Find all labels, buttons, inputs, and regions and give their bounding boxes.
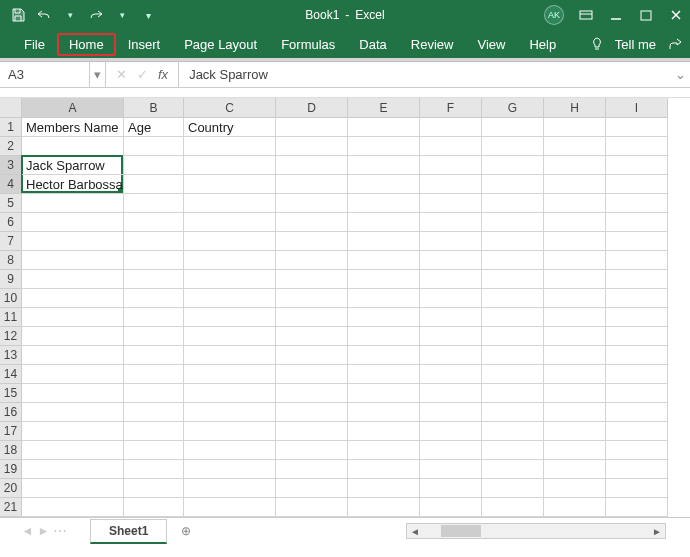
- cell-A11[interactable]: [22, 308, 124, 327]
- cell-C1[interactable]: Country: [184, 118, 276, 137]
- cell-B7[interactable]: [124, 232, 184, 251]
- ribbon-tab-home[interactable]: Home: [57, 33, 116, 56]
- cell-A10[interactable]: [22, 289, 124, 308]
- cell-E21[interactable]: [348, 498, 420, 517]
- cell-I9[interactable]: [606, 270, 668, 289]
- row-header-13[interactable]: 13: [0, 346, 22, 365]
- tell-me-text[interactable]: Tell me: [615, 37, 656, 52]
- ribbon-tab-page-layout[interactable]: Page Layout: [172, 33, 269, 56]
- cell-G9[interactable]: [482, 270, 544, 289]
- cell-I12[interactable]: [606, 327, 668, 346]
- col-header-D[interactable]: D: [276, 98, 348, 118]
- cell-D17[interactable]: [276, 422, 348, 441]
- enter-icon[interactable]: ✓: [137, 67, 148, 82]
- cell-D13[interactable]: [276, 346, 348, 365]
- cell-C9[interactable]: [184, 270, 276, 289]
- cell-H13[interactable]: [544, 346, 606, 365]
- cell-B10[interactable]: [124, 289, 184, 308]
- ribbon-tab-file[interactable]: File: [12, 33, 57, 56]
- cell-H4[interactable]: [544, 175, 606, 194]
- cell-F17[interactable]: [420, 422, 482, 441]
- cell-C5[interactable]: [184, 194, 276, 213]
- cell-A15[interactable]: [22, 384, 124, 403]
- cell-A17[interactable]: [22, 422, 124, 441]
- cell-A13[interactable]: [22, 346, 124, 365]
- cell-B13[interactable]: [124, 346, 184, 365]
- cell-H21[interactable]: [544, 498, 606, 517]
- cell-B19[interactable]: [124, 460, 184, 479]
- cell-F15[interactable]: [420, 384, 482, 403]
- cell-D11[interactable]: [276, 308, 348, 327]
- cell-A2[interactable]: [22, 137, 124, 156]
- cell-F7[interactable]: [420, 232, 482, 251]
- cell-I7[interactable]: [606, 232, 668, 251]
- cell-E14[interactable]: [348, 365, 420, 384]
- row-header-19[interactable]: 19: [0, 460, 22, 479]
- cell-I6[interactable]: [606, 213, 668, 232]
- scroll-right-icon[interactable]: ►: [649, 526, 665, 537]
- cell-I13[interactable]: [606, 346, 668, 365]
- ribbon-display-options-icon[interactable]: [578, 7, 594, 23]
- cell-C4[interactable]: [184, 175, 276, 194]
- cell-C15[interactable]: [184, 384, 276, 403]
- cell-C21[interactable]: [184, 498, 276, 517]
- row-header-5[interactable]: 5: [0, 194, 22, 213]
- row-header-7[interactable]: 7: [0, 232, 22, 251]
- cell-B11[interactable]: [124, 308, 184, 327]
- row-header-6[interactable]: 6: [0, 213, 22, 232]
- cell-D21[interactable]: [276, 498, 348, 517]
- cell-G5[interactable]: [482, 194, 544, 213]
- cell-H15[interactable]: [544, 384, 606, 403]
- cell-A21[interactable]: [22, 498, 124, 517]
- cell-A19[interactable]: [22, 460, 124, 479]
- cell-G19[interactable]: [482, 460, 544, 479]
- cell-H19[interactable]: [544, 460, 606, 479]
- cell-G17[interactable]: [482, 422, 544, 441]
- cell-A4[interactable]: Hector Barbossa: [22, 175, 124, 194]
- name-box[interactable]: A3: [0, 62, 90, 87]
- maximize-icon[interactable]: [638, 7, 654, 23]
- cell-D15[interactable]: [276, 384, 348, 403]
- cell-C16[interactable]: [184, 403, 276, 422]
- row-header-12[interactable]: 12: [0, 327, 22, 346]
- cell-H18[interactable]: [544, 441, 606, 460]
- cell-C8[interactable]: [184, 251, 276, 270]
- cell-B15[interactable]: [124, 384, 184, 403]
- cell-E2[interactable]: [348, 137, 420, 156]
- close-icon[interactable]: [668, 7, 684, 23]
- col-header-C[interactable]: C: [184, 98, 276, 118]
- cell-G10[interactable]: [482, 289, 544, 308]
- cell-B2[interactable]: [124, 137, 184, 156]
- cells-area[interactable]: Members NameAgeCountryJack SparrowHector…: [22, 118, 690, 517]
- ribbon-tab-formulas[interactable]: Formulas: [269, 33, 347, 56]
- cell-H7[interactable]: [544, 232, 606, 251]
- cell-B21[interactable]: [124, 498, 184, 517]
- cell-C17[interactable]: [184, 422, 276, 441]
- cell-E7[interactable]: [348, 232, 420, 251]
- cell-I11[interactable]: [606, 308, 668, 327]
- cell-F4[interactable]: [420, 175, 482, 194]
- cell-D19[interactable]: [276, 460, 348, 479]
- minimize-icon[interactable]: [608, 7, 624, 23]
- cell-B4[interactable]: [124, 175, 184, 194]
- cell-A12[interactable]: [22, 327, 124, 346]
- cell-H6[interactable]: [544, 213, 606, 232]
- cell-G7[interactable]: [482, 232, 544, 251]
- cell-H11[interactable]: [544, 308, 606, 327]
- cell-F16[interactable]: [420, 403, 482, 422]
- cell-I17[interactable]: [606, 422, 668, 441]
- cell-C20[interactable]: [184, 479, 276, 498]
- expand-formula-bar-icon[interactable]: ⌄: [670, 67, 690, 82]
- cell-C18[interactable]: [184, 441, 276, 460]
- cell-G2[interactable]: [482, 137, 544, 156]
- cell-C2[interactable]: [184, 137, 276, 156]
- undo-icon[interactable]: [36, 7, 52, 23]
- cell-F6[interactable]: [420, 213, 482, 232]
- row-header-9[interactable]: 9: [0, 270, 22, 289]
- cell-A6[interactable]: [22, 213, 124, 232]
- cell-H14[interactable]: [544, 365, 606, 384]
- sheet-nav-more-icon[interactable]: ⋯: [53, 523, 68, 539]
- sheet-next-icon[interactable]: ►: [38, 524, 50, 538]
- row-header-4[interactable]: 4: [0, 175, 22, 194]
- account-avatar[interactable]: AK: [544, 5, 564, 25]
